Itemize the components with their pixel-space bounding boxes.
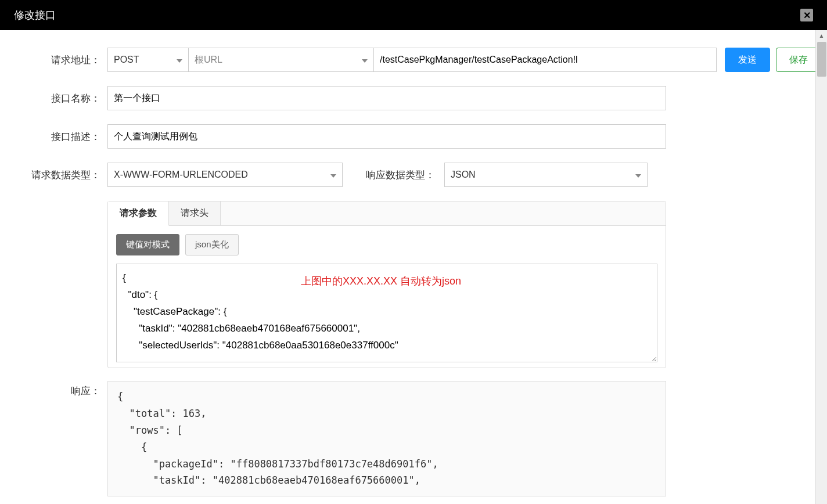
request-body-textarea[interactable] <box>116 264 657 362</box>
response-label: 响应： <box>6 381 107 496</box>
modal-title: 修改接口 <box>14 8 56 22</box>
json-format-button[interactable]: json美化 <box>185 234 239 255</box>
res-type-value: JSON <box>451 170 476 180</box>
params-panel: 请求参数 请求头 键值对模式 json美化 上图中的XXX.XX.XX 自动转为… <box>107 201 666 368</box>
scroll-up-icon[interactable]: ▲ <box>816 30 827 41</box>
chevron-down-icon <box>326 170 336 180</box>
req-type-select[interactable]: X-WWW-FORM-URLENCODED <box>107 163 343 187</box>
path-input[interactable] <box>373 48 717 72</box>
send-button[interactable]: 发送 <box>725 48 770 72</box>
modal-header: 修改接口 ✕ <box>0 0 827 30</box>
root-url-placeholder: 根URL <box>195 54 222 66</box>
close-icon[interactable]: ✕ <box>800 9 813 21</box>
desc-label: 接口描述： <box>6 130 107 143</box>
response-row: 响应： { "total": 163, "rows": [ { "package… <box>6 381 821 496</box>
req-type-value: X-WWW-FORM-URLENCODED <box>114 170 248 180</box>
tab-request-headers[interactable]: 请求头 <box>169 201 221 225</box>
name-row: 接口名称： <box>6 86 821 110</box>
root-url-select[interactable]: 根URL <box>188 48 374 72</box>
type-row: 请求数据类型： X-WWW-FORM-URLENCODED 响应数据类型： JS… <box>6 163 821 187</box>
name-input[interactable] <box>107 86 666 110</box>
req-type-label: 请求数据类型： <box>6 168 107 182</box>
desc-row: 接口描述： <box>6 124 821 149</box>
save-button[interactable]: 保存 <box>776 48 821 72</box>
method-select[interactable]: POST <box>107 48 189 72</box>
chevron-down-icon <box>172 55 182 65</box>
res-type-select[interactable]: JSON <box>444 163 648 187</box>
chevron-down-icon <box>631 170 641 180</box>
chevron-down-icon <box>357 55 368 65</box>
response-body: { "total": 163, "rows": [ { "packageId":… <box>107 381 666 496</box>
url-label: 请求地址： <box>6 53 107 67</box>
kv-mode-button[interactable]: 键值对模式 <box>116 234 179 255</box>
res-type-label: 响应数据类型： <box>343 168 444 182</box>
method-value: POST <box>114 55 139 65</box>
url-row: 请求地址： POST 根URL 发送 保存 <box>6 48 821 72</box>
tabs: 请求参数 请求头 <box>108 201 666 226</box>
scrollbar[interactable]: ▲ <box>815 30 827 504</box>
tab-request-params[interactable]: 请求参数 <box>108 201 169 226</box>
content-area: 请求地址： POST 根URL 发送 保存 接口名称： 接口描述： 请求数据类型… <box>0 30 827 504</box>
scroll-thumb[interactable] <box>817 42 826 77</box>
mode-buttons: 键值对模式 json美化 <box>108 226 666 264</box>
desc-input[interactable] <box>107 124 666 149</box>
name-label: 接口名称： <box>6 92 107 105</box>
